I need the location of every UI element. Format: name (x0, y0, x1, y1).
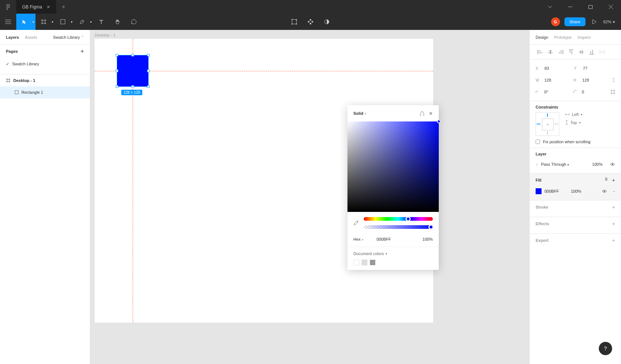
shape-tool[interactable]: ▾ (55, 14, 74, 30)
y-input[interactable]: 77 (583, 66, 610, 71)
export-section: Export+ (530, 234, 621, 250)
tab-assets[interactable]: Assets (25, 35, 37, 40)
resize-handle[interactable] (132, 85, 134, 88)
add-export-button[interactable]: + (612, 237, 615, 243)
opacity-input[interactable]: 100% (423, 237, 433, 241)
saturation-value-area[interactable] (347, 121, 439, 212)
constraint-vertical[interactable]: Top▾ (565, 120, 582, 125)
tab-layers[interactable]: Layers (6, 35, 19, 40)
hex-input[interactable]: 000BFF (377, 237, 391, 241)
figma-logo[interactable] (0, 0, 16, 14)
new-tab-button[interactable]: + (56, 4, 71, 10)
resize-handle[interactable] (116, 85, 118, 88)
add-page-button[interactable]: + (81, 48, 84, 55)
project-selector[interactable]: Swatch Library⌃ (53, 35, 84, 40)
help-button[interactable]: ? (599, 342, 612, 355)
resize-handle[interactable] (147, 70, 150, 72)
comment-tool[interactable] (126, 14, 142, 30)
canvas-frame-label[interactable]: Desktop - 1 (95, 33, 115, 37)
align-top-icon[interactable] (567, 48, 576, 56)
tab-prototype[interactable]: Prototype (554, 35, 571, 40)
layer-item-selected[interactable]: Rectangle 1 (0, 86, 90, 98)
blend-icon[interactable] (420, 111, 424, 116)
eye-icon[interactable] (610, 162, 615, 166)
align-hcenter-icon[interactable] (546, 48, 555, 56)
edit-object-button[interactable] (286, 14, 302, 30)
close-tab-icon[interactable]: ✕ (47, 4, 50, 10)
share-button[interactable]: Share (564, 17, 586, 26)
hand-tool[interactable] (109, 14, 126, 30)
constraint-widget[interactable]: + (536, 112, 559, 136)
doc-colors-toggle[interactable]: Document colors▾ (353, 251, 433, 256)
close-window-button[interactable] (601, 0, 621, 14)
eye-icon[interactable] (602, 189, 607, 193)
layer-opacity-input[interactable]: 100% (592, 162, 603, 166)
fix-position-row[interactable]: Fix position when scrolling (536, 140, 615, 144)
color-mode-select[interactable]: Hex ▾ (353, 237, 363, 241)
resize-handle[interactable] (147, 85, 150, 88)
rotation-input[interactable]: 0° (544, 90, 570, 94)
align-right-icon[interactable] (556, 48, 565, 56)
blend-mode-select[interactable]: Pass Through ▾ (541, 162, 569, 166)
text-tool[interactable] (93, 14, 109, 30)
svg-point-9 (292, 19, 293, 20)
align-vcenter-icon[interactable] (577, 48, 586, 56)
alpha-slider[interactable] (364, 225, 433, 229)
independent-corners-icon[interactable] (611, 90, 615, 94)
w-input[interactable]: 128 (544, 78, 571, 82)
alpha-handle[interactable] (428, 224, 434, 230)
doc-swatch[interactable] (353, 260, 359, 265)
create-component-button[interactable] (302, 14, 319, 30)
x-input[interactable]: 83 (544, 66, 571, 71)
fill-hex[interactable]: 000BFF (544, 189, 559, 193)
align-bottom-icon[interactable] (587, 48, 596, 56)
distribute-icon[interactable] (598, 48, 607, 56)
present-button[interactable] (590, 14, 599, 30)
page-item[interactable]: ✓ Swatch Library (0, 58, 90, 70)
fill-opacity[interactable]: 100% (571, 189, 581, 193)
frame-layer[interactable]: Desktop - 1 (0, 75, 90, 86)
selected-rectangle[interactable] (117, 55, 149, 87)
link-dimensions-icon[interactable] (611, 78, 615, 83)
chevron-down-icon[interactable] (540, 0, 560, 14)
blend-mode-icon[interactable]: ○ (536, 162, 538, 166)
hue-handle[interactable] (405, 216, 411, 222)
resize-handle[interactable] (116, 70, 118, 72)
maximize-button[interactable] (580, 0, 601, 14)
styles-icon[interactable]: ⠿ (605, 177, 608, 183)
remove-fill-button[interactable]: − (613, 189, 615, 193)
add-effect-button[interactable]: + (612, 221, 615, 227)
tab-inspect[interactable]: Inspect (577, 35, 590, 40)
resize-handle[interactable] (147, 54, 150, 56)
mask-button[interactable] (319, 14, 335, 30)
sv-handle[interactable] (437, 120, 441, 123)
effects-section: Effects+ (530, 217, 621, 234)
resize-handle[interactable] (116, 54, 118, 56)
eyedropper-button[interactable] (353, 220, 359, 226)
hue-slider[interactable] (364, 217, 433, 221)
tab-design[interactable]: Design (536, 35, 548, 40)
h-input[interactable]: 128 (582, 78, 608, 82)
doc-swatch[interactable] (362, 260, 367, 265)
resize-handle[interactable] (132, 54, 134, 56)
menu-button[interactable] (0, 14, 16, 30)
pen-tool[interactable]: ▾ (74, 14, 93, 30)
fill-swatch[interactable] (536, 188, 542, 194)
add-fill-button[interactable]: + (612, 177, 615, 183)
avatar[interactable]: G (551, 17, 560, 26)
frame-tool[interactable]: ▾ (35, 14, 55, 30)
doc-swatch[interactable] (370, 260, 376, 265)
add-stroke-button[interactable]: + (612, 204, 615, 210)
canvas[interactable]: Desktop - 1 128 × 128 (90, 30, 529, 364)
fill-type-selector[interactable]: Solid ▾ (353, 111, 366, 116)
radius-input[interactable]: 0 (582, 90, 608, 94)
document-tab[interactable]: GB Figma ✕ (16, 0, 56, 14)
zoom-level[interactable]: 62%▾ (603, 20, 615, 24)
minimize-button[interactable] (560, 0, 580, 14)
transform-section: X 83 Y 77 W 128 H 128 0° 0 (530, 59, 621, 101)
constraint-horizontal[interactable]: Left▾ (565, 112, 582, 117)
align-left-icon[interactable] (536, 48, 544, 56)
checkbox-icon[interactable] (536, 140, 540, 144)
move-tool[interactable]: ▾ (16, 14, 35, 30)
close-picker-button[interactable]: ✕ (429, 111, 433, 116)
